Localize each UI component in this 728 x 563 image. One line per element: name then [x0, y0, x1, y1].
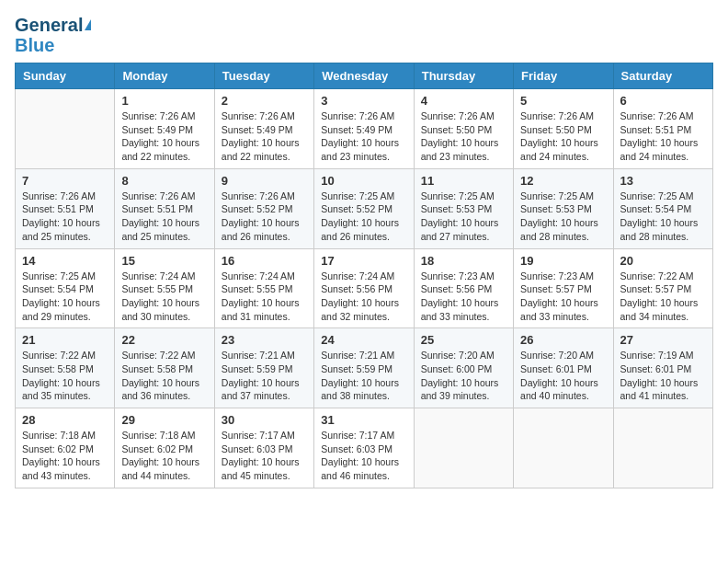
- day-number: 20: [620, 254, 706, 268]
- day-detail: Sunrise: 7:26 AMSunset: 5:49 PMDaylight:…: [121, 109, 207, 164]
- day-number: 17: [321, 254, 406, 268]
- day-detail: Sunrise: 7:26 AMSunset: 5:51 PMDaylight:…: [22, 190, 108, 244]
- day-detail: Sunrise: 7:22 AMSunset: 5:57 PMDaylight:…: [620, 270, 706, 324]
- day-cell: 24 Sunrise: 7:21 AMSunset: 5:59 PMDaylig…: [314, 328, 414, 408]
- day-detail: Sunrise: 7:21 AMSunset: 5:59 PMDaylight:…: [321, 349, 406, 403]
- day-cell: 15 Sunrise: 7:24 AMSunset: 5:55 PMDaylig…: [115, 248, 214, 328]
- day-cell: 10 Sunrise: 7:25 AMSunset: 5:52 PMDaylig…: [314, 168, 414, 248]
- day-cell: 30 Sunrise: 7:17 AMSunset: 6:03 PMDaylig…: [214, 408, 313, 488]
- day-cell: 23 Sunrise: 7:21 AMSunset: 5:59 PMDaylig…: [214, 328, 313, 408]
- day-detail: Sunrise: 7:24 AMSunset: 5:55 PMDaylight:…: [121, 270, 207, 324]
- day-detail: Sunrise: 7:25 AMSunset: 5:54 PMDaylight:…: [620, 190, 706, 244]
- day-detail: Sunrise: 7:26 AMSunset: 5:50 PMDaylight:…: [421, 109, 506, 164]
- day-number: 3: [321, 94, 406, 108]
- day-number: 1: [121, 94, 207, 108]
- day-cell: 5 Sunrise: 7:26 AMSunset: 5:50 PMDayligh…: [514, 89, 613, 169]
- day-cell: 4 Sunrise: 7:26 AMSunset: 5:50 PMDayligh…: [414, 89, 513, 169]
- day-detail: Sunrise: 7:25 AMSunset: 5:53 PMDaylight:…: [520, 190, 606, 244]
- logo-icon: [85, 19, 91, 30]
- day-cell: [613, 408, 712, 488]
- week-row-1: 1 Sunrise: 7:26 AMSunset: 5:49 PMDayligh…: [16, 89, 713, 169]
- day-detail: Sunrise: 7:23 AMSunset: 5:56 PMDaylight:…: [421, 270, 506, 324]
- day-number: 26: [520, 333, 606, 347]
- week-row-5: 28 Sunrise: 7:18 AMSunset: 6:02 PMDaylig…: [16, 408, 713, 488]
- header-sunday: Sunday: [16, 63, 115, 89]
- day-cell: 25 Sunrise: 7:20 AMSunset: 6:00 PMDaylig…: [414, 328, 513, 408]
- day-cell: 9 Sunrise: 7:26 AMSunset: 5:52 PMDayligh…: [214, 168, 313, 248]
- day-detail: Sunrise: 7:22 AMSunset: 5:58 PMDaylight:…: [22, 349, 108, 403]
- logo-general: General: [15, 15, 83, 35]
- day-detail: Sunrise: 7:25 AMSunset: 5:52 PMDaylight:…: [321, 190, 406, 244]
- header-wednesday: Wednesday: [314, 63, 414, 89]
- day-number: 7: [22, 174, 108, 188]
- day-number: 13: [620, 174, 706, 188]
- header-tuesday: Tuesday: [214, 63, 313, 89]
- day-cell: 19 Sunrise: 7:23 AMSunset: 5:57 PMDaylig…: [514, 248, 613, 328]
- day-number: 23: [222, 333, 307, 347]
- day-cell: 2 Sunrise: 7:26 AMSunset: 5:49 PMDayligh…: [214, 89, 313, 169]
- day-detail: Sunrise: 7:18 AMSunset: 6:02 PMDaylight:…: [121, 429, 207, 483]
- day-detail: Sunrise: 7:26 AMSunset: 5:51 PMDaylight:…: [121, 190, 207, 244]
- day-number: 19: [520, 254, 606, 268]
- day-number: 16: [222, 254, 307, 268]
- day-number: 12: [520, 174, 606, 188]
- week-row-4: 21 Sunrise: 7:22 AMSunset: 5:58 PMDaylig…: [16, 328, 713, 408]
- day-cell: 29 Sunrise: 7:18 AMSunset: 6:02 PMDaylig…: [115, 408, 214, 488]
- day-cell: [414, 408, 513, 488]
- day-detail: Sunrise: 7:26 AMSunset: 5:49 PMDaylight:…: [222, 109, 307, 164]
- header-saturday: Saturday: [613, 63, 712, 89]
- day-detail: Sunrise: 7:26 AMSunset: 5:52 PMDaylight:…: [222, 190, 307, 244]
- header-monday: Monday: [115, 63, 214, 89]
- day-number: 22: [121, 333, 207, 347]
- day-detail: Sunrise: 7:24 AMSunset: 5:55 PMDaylight:…: [222, 270, 307, 324]
- logo-blue: Blue: [15, 35, 91, 55]
- day-cell: 27 Sunrise: 7:19 AMSunset: 6:01 PMDaylig…: [613, 328, 712, 408]
- day-number: 18: [421, 254, 506, 268]
- day-cell: 28 Sunrise: 7:18 AMSunset: 6:02 PMDaylig…: [16, 408, 115, 488]
- day-detail: Sunrise: 7:26 AMSunset: 5:49 PMDaylight:…: [321, 109, 406, 164]
- day-cell: 18 Sunrise: 7:23 AMSunset: 5:56 PMDaylig…: [414, 248, 513, 328]
- week-row-3: 14 Sunrise: 7:25 AMSunset: 5:54 PMDaylig…: [16, 248, 713, 328]
- day-detail: Sunrise: 7:26 AMSunset: 5:51 PMDaylight:…: [620, 109, 706, 164]
- day-detail: Sunrise: 7:18 AMSunset: 6:02 PMDaylight:…: [22, 429, 108, 483]
- header-friday: Friday: [514, 63, 613, 89]
- day-cell: 31 Sunrise: 7:17 AMSunset: 6:03 PMDaylig…: [314, 408, 414, 488]
- day-number: 24: [321, 333, 406, 347]
- day-cell: 20 Sunrise: 7:22 AMSunset: 5:57 PMDaylig…: [613, 248, 712, 328]
- day-number: 6: [620, 94, 706, 108]
- calendar-header-row: SundayMondayTuesdayWednesdayThursdayFrid…: [16, 63, 713, 89]
- day-detail: Sunrise: 7:25 AMSunset: 5:53 PMDaylight:…: [421, 190, 506, 244]
- day-cell: 11 Sunrise: 7:25 AMSunset: 5:53 PMDaylig…: [414, 168, 513, 248]
- day-cell: 26 Sunrise: 7:20 AMSunset: 6:01 PMDaylig…: [514, 328, 613, 408]
- day-cell: 12 Sunrise: 7:25 AMSunset: 5:53 PMDaylig…: [514, 168, 613, 248]
- day-detail: Sunrise: 7:26 AMSunset: 5:50 PMDaylight:…: [520, 109, 606, 164]
- day-detail: Sunrise: 7:25 AMSunset: 5:54 PMDaylight:…: [22, 270, 108, 324]
- day-number: 9: [222, 174, 307, 188]
- day-detail: Sunrise: 7:17 AMSunset: 6:03 PMDaylight:…: [222, 429, 307, 483]
- day-number: 29: [121, 413, 207, 427]
- day-cell: 21 Sunrise: 7:22 AMSunset: 5:58 PMDaylig…: [16, 328, 115, 408]
- day-number: 11: [421, 174, 506, 188]
- page-header: General Blue: [15, 15, 713, 55]
- day-cell: 3 Sunrise: 7:26 AMSunset: 5:49 PMDayligh…: [314, 89, 414, 169]
- logo: General Blue: [15, 15, 91, 55]
- day-cell: [514, 408, 613, 488]
- day-number: 4: [421, 94, 506, 108]
- calendar-table: SundayMondayTuesdayWednesdayThursdayFrid…: [15, 63, 713, 488]
- day-number: 31: [321, 413, 406, 427]
- day-number: 27: [620, 333, 706, 347]
- day-cell: [16, 89, 115, 169]
- day-cell: 7 Sunrise: 7:26 AMSunset: 5:51 PMDayligh…: [16, 168, 115, 248]
- day-cell: 22 Sunrise: 7:22 AMSunset: 5:58 PMDaylig…: [115, 328, 214, 408]
- day-detail: Sunrise: 7:24 AMSunset: 5:56 PMDaylight:…: [321, 270, 406, 324]
- header-thursday: Thursday: [414, 63, 513, 89]
- day-detail: Sunrise: 7:23 AMSunset: 5:57 PMDaylight:…: [520, 270, 606, 324]
- day-cell: 16 Sunrise: 7:24 AMSunset: 5:55 PMDaylig…: [214, 248, 313, 328]
- day-number: 8: [121, 174, 207, 188]
- day-number: 25: [421, 333, 506, 347]
- day-detail: Sunrise: 7:22 AMSunset: 5:58 PMDaylight:…: [121, 349, 207, 403]
- day-number: 30: [222, 413, 307, 427]
- day-number: 28: [22, 413, 108, 427]
- day-cell: 14 Sunrise: 7:25 AMSunset: 5:54 PMDaylig…: [16, 248, 115, 328]
- week-row-2: 7 Sunrise: 7:26 AMSunset: 5:51 PMDayligh…: [16, 168, 713, 248]
